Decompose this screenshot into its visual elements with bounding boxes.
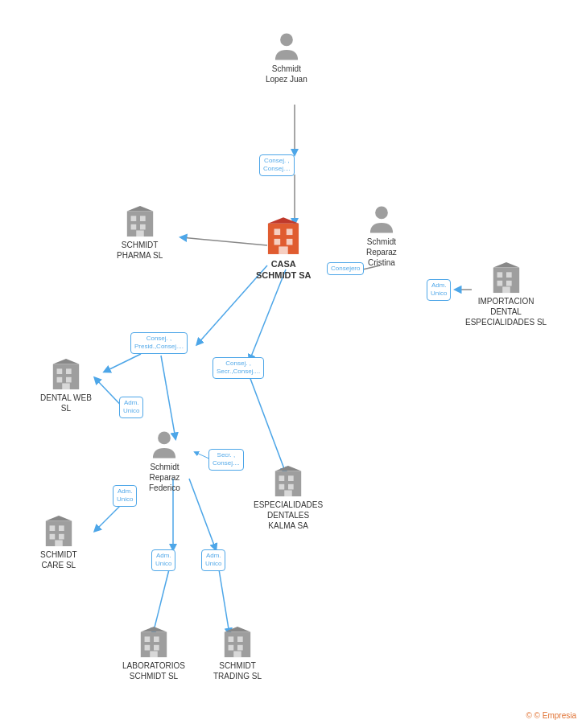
badge-adm-unico-5: Adm.Unico — [201, 549, 225, 571]
node-schmidt-reparaz-federico: Schmidt Reparaz Federico — [149, 430, 180, 493]
label-federico: Schmidt Reparaz Federico — [149, 462, 180, 493]
svg-rect-66 — [145, 645, 151, 651]
svg-line-8 — [161, 356, 175, 438]
badge-secr-consej: Secr. ,Consej.... — [208, 449, 244, 471]
svg-line-10 — [250, 376, 286, 473]
person-icon-schmidt-lopez-juan — [272, 32, 301, 61]
building-icon-dental-web — [52, 358, 80, 390]
svg-rect-58 — [59, 525, 64, 531]
badge-consejero-1: Consejero — [327, 262, 364, 275]
node-schmidt-trading: SCHMIDT TRADING SL — [213, 626, 262, 681]
label-especialidades: ESPECIALIDADES DENTALES KALMA SA — [254, 500, 323, 531]
svg-rect-53 — [288, 484, 294, 490]
svg-line-15 — [153, 570, 169, 634]
svg-point-33 — [375, 207, 388, 220]
badge-adm-unico-4: Adm.Unico — [151, 549, 175, 571]
svg-rect-28 — [140, 216, 146, 221]
svg-rect-27 — [130, 216, 136, 221]
building-icon-casa-schmidt — [266, 217, 300, 256]
svg-rect-64 — [145, 636, 151, 642]
svg-rect-44 — [57, 377, 63, 383]
badge-consej-secretary: Consej. ,Secr.,Consej.... — [213, 357, 264, 379]
svg-rect-29 — [130, 224, 136, 230]
svg-rect-22 — [274, 239, 281, 245]
svg-rect-60 — [59, 534, 64, 540]
label-schmidt-lopez-juan: Schmidt Lopez Juan — [266, 64, 307, 84]
node-casa-schmidt: CASA SCHMIDT SA — [256, 217, 311, 282]
svg-marker-25 — [268, 217, 299, 224]
svg-rect-74 — [237, 645, 243, 651]
node-schmidt-pharma: SCHMIDT PHARMA SL — [117, 205, 163, 261]
label-laboratorios: LABORATORIOS SCHMIDT SL — [122, 660, 185, 681]
svg-rect-57 — [49, 525, 55, 531]
svg-rect-73 — [229, 645, 234, 651]
label-dental-web: DENTAL WEB SL — [40, 393, 92, 413]
node-laboratorios: LABORATORIOS SCHMIDT SL — [122, 626, 185, 681]
label-cristina: Schmidt Reparaz Cristina — [366, 236, 397, 268]
svg-rect-23 — [287, 239, 293, 245]
svg-line-16 — [219, 570, 229, 634]
svg-marker-69 — [141, 627, 167, 632]
svg-rect-45 — [66, 377, 72, 383]
svg-marker-40 — [493, 262, 518, 268]
svg-line-7 — [105, 354, 141, 372]
svg-rect-65 — [154, 636, 159, 642]
svg-rect-72 — [237, 636, 243, 642]
building-icon-especialidades — [274, 465, 303, 497]
svg-rect-59 — [49, 534, 55, 540]
label-importacion: IMPORTACION DENTAL ESPECIALIDADES SL — [465, 296, 547, 327]
svg-point-18 — [280, 34, 293, 47]
svg-rect-51 — [288, 475, 294, 481]
node-dental-web: DENTAL WEB SL — [40, 358, 92, 413]
svg-line-14 — [189, 479, 216, 549]
building-icon-schmidt-trading — [223, 626, 252, 658]
badge-adm-unico-3: Adm.Unico — [113, 485, 137, 507]
svg-rect-24 — [279, 246, 287, 254]
svg-rect-30 — [140, 224, 146, 230]
badge-consej-presid-1: Consej. ,Consej.... — [259, 154, 295, 176]
node-schmidt-care: SCHMIDT CARE SL — [40, 515, 77, 570]
svg-rect-35 — [497, 272, 502, 278]
svg-rect-71 — [229, 636, 234, 642]
svg-marker-47 — [53, 359, 79, 364]
svg-rect-68 — [150, 651, 158, 657]
watermark: © © Empresia — [526, 711, 576, 720]
watermark-text: © Empresia — [534, 711, 576, 720]
label-schmidt-care: SCHMIDT CARE SL — [40, 549, 77, 570]
svg-line-6 — [250, 269, 286, 360]
svg-marker-55 — [275, 466, 301, 471]
badge-consej-presid-2: Consej. ,Presid.,Consej.... — [130, 332, 188, 354]
svg-rect-38 — [506, 281, 512, 286]
node-schmidt-reparaz-cristina: Schmidt Reparaz Cristina — [366, 205, 397, 268]
building-icon-schmidt-care — [44, 515, 73, 547]
svg-rect-36 — [506, 272, 512, 278]
label-schmidt-pharma: SCHMIDT PHARMA SL — [117, 240, 163, 261]
svg-rect-67 — [154, 645, 159, 651]
svg-marker-76 — [225, 627, 250, 632]
building-icon-importacion — [492, 261, 521, 294]
svg-rect-75 — [233, 651, 241, 657]
diagram: Schmidt Lopez Juan CASA SCHMIDT SA SCHMI… — [0, 0, 586, 728]
watermark-copyright: © — [526, 711, 531, 720]
svg-marker-32 — [126, 206, 152, 212]
building-icon-schmidt-pharma — [126, 205, 155, 237]
svg-rect-54 — [284, 490, 292, 496]
label-schmidt-trading: SCHMIDT TRADING SL — [213, 660, 262, 681]
svg-rect-37 — [497, 281, 502, 286]
svg-rect-61 — [55, 540, 63, 546]
node-especialidades-dentales: ESPECIALIDADES DENTALES KALMA SA — [254, 465, 323, 531]
svg-rect-20 — [274, 228, 281, 235]
badge-adm-unico-2: Adm.Unico — [119, 397, 143, 418]
person-icon-cristina — [367, 205, 396, 234]
node-schmidt-lopez-juan: Schmidt Lopez Juan — [266, 32, 307, 84]
svg-rect-46 — [62, 383, 70, 389]
svg-rect-21 — [287, 228, 293, 235]
svg-rect-52 — [279, 484, 285, 490]
badge-adm-unico-1: Adm.Unico — [427, 279, 451, 301]
svg-rect-43 — [66, 368, 72, 374]
svg-point-48 — [159, 432, 171, 445]
svg-rect-50 — [279, 475, 285, 481]
svg-rect-31 — [136, 230, 144, 236]
label-casa-schmidt: CASA SCHMIDT SA — [256, 258, 311, 282]
svg-marker-62 — [46, 516, 72, 521]
